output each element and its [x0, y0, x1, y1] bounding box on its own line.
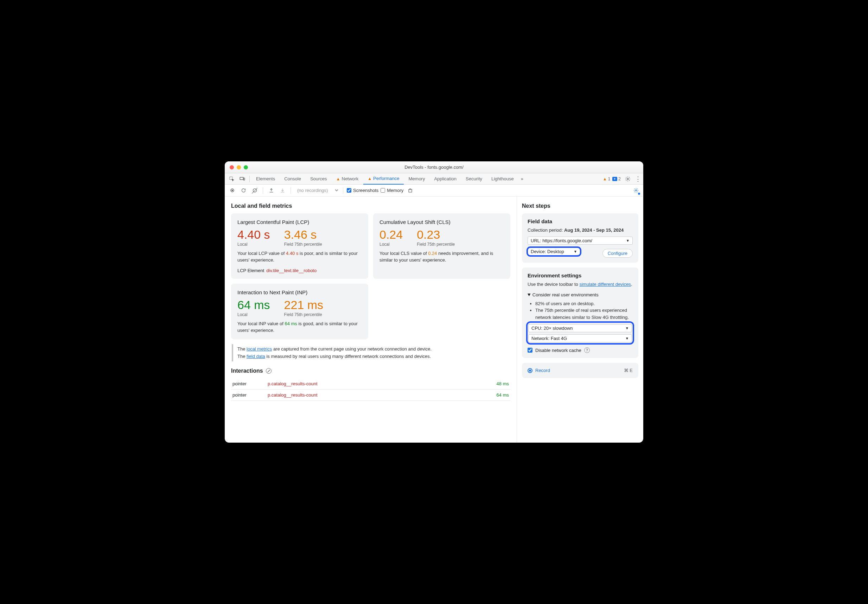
inp-field-label: Field 75th percentile	[284, 312, 324, 317]
screenshots-checkbox[interactable]: Screenshots	[347, 188, 378, 193]
window-title: DevTools - fonts.google.com/	[405, 164, 463, 170]
inp-local-value: 64 ms	[237, 299, 270, 311]
cls-field-label: Field 75th percentile	[417, 242, 455, 247]
upload-icon[interactable]	[267, 186, 276, 195]
device-select[interactable]: Device: Desktop▼	[527, 248, 580, 256]
disable-cache-input[interactable]	[527, 348, 532, 353]
tab-console[interactable]: Console	[280, 173, 305, 184]
inp-card: Interaction to Next Paint (INP) 64 msLoc…	[231, 284, 368, 340]
screenshots-checkbox-input[interactable]	[347, 188, 351, 193]
record-card: Record ⌘ E	[522, 363, 639, 378]
select-value: Network: Fast 4G	[532, 336, 567, 341]
tab-sources[interactable]: Sources	[306, 173, 331, 184]
issues-badge[interactable]: ✦2	[612, 177, 621, 181]
throttle-highlight: CPU: 20× slowdown▼ Network: Fast 4G▼	[527, 323, 633, 343]
svg-rect-2	[243, 178, 245, 180]
download-icon[interactable]	[278, 186, 287, 195]
memory-checkbox-input[interactable]	[381, 188, 385, 193]
chevron-down-icon: ▼	[625, 326, 629, 330]
tab-lighthouse[interactable]: Lighthouse	[487, 173, 518, 184]
metrics-heading: Local and field metrics	[231, 203, 510, 209]
warn-triangle-icon: ▲	[367, 173, 372, 184]
traffic-lights	[229, 165, 248, 169]
select-value: URL: https://fonts.google.com/	[531, 238, 592, 243]
more-menu-icon[interactable]: ⋮	[635, 175, 641, 183]
record-button-icon[interactable]	[228, 186, 237, 195]
clear-icon[interactable]	[250, 186, 259, 195]
metrics-note: The local metrics are captured from the …	[232, 344, 510, 361]
device-select-highlight: Device: Desktop▼	[527, 248, 580, 256]
inspect-element-icon[interactable]	[227, 174, 237, 184]
interactions-heading: Interactions	[231, 368, 510, 374]
table-row[interactable]: pointerp.catalog__results-count48 ms	[231, 378, 510, 390]
close-window-button[interactable]	[229, 165, 234, 169]
select-value: CPU: 20× slowdown	[532, 325, 573, 331]
minimize-window-button[interactable]	[237, 165, 241, 169]
record-button[interactable]: Record	[527, 368, 550, 373]
warnings-badge[interactable]: ▲1	[603, 177, 611, 181]
environment-title: Environment settings	[527, 273, 633, 279]
tab-network[interactable]: ▲Network	[332, 173, 363, 184]
interaction-time: 64 ms	[486, 389, 510, 400]
help-icon[interactable]: ?	[584, 347, 590, 353]
tabs-overflow[interactable]: »	[519, 173, 525, 184]
tab-application[interactable]: Application	[430, 173, 461, 184]
clear-interactions-icon[interactable]	[266, 368, 271, 374]
memory-checkbox[interactable]: Memory	[381, 188, 403, 193]
svg-rect-1	[240, 177, 243, 180]
warn-triangle-icon: ▲	[336, 173, 341, 184]
environments-bullets: 82% of users are on desktop. The 75th pe…	[535, 300, 633, 321]
record-label: Record	[535, 368, 550, 373]
cls-local-value: 0.24	[380, 229, 403, 240]
tab-label: Network	[342, 173, 359, 184]
checkbox-label: Disable network cache	[535, 348, 581, 353]
tab-elements[interactable]: Elements	[252, 173, 279, 184]
record-circle-icon	[527, 368, 532, 373]
network-throttle-select[interactable]: Network: Fast 4G▼	[528, 335, 632, 342]
inp-title: Interaction to Next Paint (INP)	[237, 290, 362, 295]
cpu-throttle-select[interactable]: CPU: 20× slowdown▼	[528, 324, 632, 332]
gc-icon[interactable]	[406, 186, 415, 195]
lcp-local-value: 4.40 s	[237, 229, 270, 240]
inp-local-label: Local	[237, 312, 270, 317]
collection-period: Collection period: Aug 19, 2024 - Sep 15…	[527, 227, 633, 234]
device-toolbar-icon[interactable]	[237, 174, 247, 184]
interaction-selector: p.catalog__results-count	[266, 389, 486, 400]
divider	[250, 176, 250, 182]
select-value: Device: Desktop	[531, 249, 564, 254]
zoom-window-button[interactable]	[244, 165, 248, 169]
lcp-element-selector: div.tile__text.tile__roboto	[266, 268, 316, 273]
devtools-window: DevTools - fonts.google.com/ Elements Co…	[225, 161, 643, 443]
checkbox-label: Memory	[387, 188, 403, 193]
capture-settings-gear-icon[interactable]	[631, 186, 640, 195]
environments-summary[interactable]: Consider real user environments	[527, 291, 633, 298]
simulate-devices-link[interactable]: simulate different devices	[579, 282, 631, 287]
disable-cache-checkbox[interactable]: Disable network cache?	[527, 347, 633, 353]
divider	[343, 187, 343, 194]
next-steps-heading: Next steps	[522, 203, 639, 209]
settings-gear-icon[interactable]	[623, 174, 633, 184]
lcp-title: Largest Contentful Paint (LCP)	[237, 219, 362, 225]
panel-tabbar: Elements Console Sources ▲Network ▲Perfo…	[225, 173, 643, 184]
interaction-type: pointer	[231, 389, 266, 400]
local-metrics-link[interactable]: local metrics	[246, 346, 272, 352]
configure-button[interactable]: Configure	[603, 249, 633, 258]
tab-security[interactable]: Security	[462, 173, 487, 184]
warn-count: 1	[608, 177, 611, 181]
recordings-select[interactable]: (no recordings)	[294, 187, 339, 194]
cls-local-label: Local	[380, 242, 403, 247]
url-select[interactable]: URL: https://fonts.google.com/▼	[527, 237, 633, 245]
tab-memory[interactable]: Memory	[405, 173, 429, 184]
lcp-element-row[interactable]: LCP Elementdiv.tile__text.tile__roboto	[237, 268, 362, 273]
chevron-down-icon: ▼	[625, 336, 629, 340]
environments-details[interactable]: Consider real user environments 82% of u…	[527, 291, 633, 321]
record-shortcut: ⌘ E	[624, 368, 633, 373]
table-row[interactable]: pointerp.catalog__results-count64 ms	[231, 389, 510, 400]
svg-point-3	[627, 178, 628, 180]
field-data-link[interactable]: field data	[246, 354, 265, 359]
lcp-element-label: LCP Element	[237, 268, 264, 273]
tab-performance[interactable]: ▲Performance	[363, 173, 403, 184]
reload-record-icon[interactable]	[239, 186, 248, 195]
chevron-down-icon: ▼	[626, 239, 629, 243]
tab-label: Performance	[373, 173, 399, 184]
